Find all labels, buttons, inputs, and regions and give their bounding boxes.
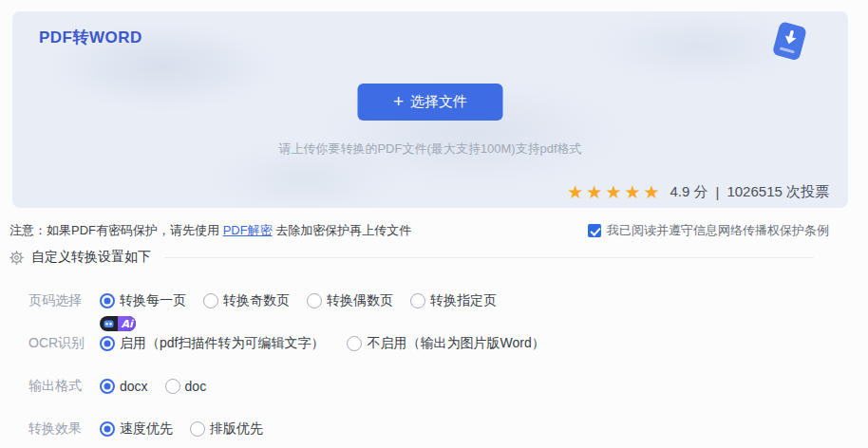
upload-banner: PDF转WORD + 选择文件 请上传你要转换的PDF文件(最大支持100M)支… [12,11,848,208]
rating-divider: | [716,184,720,200]
radio-option-doc[interactable]: doc [165,379,207,394]
setting-row-page-range: 页码选择 转换每一页 转换奇数页 转换偶数页 转换指定页 [28,279,859,322]
radio-icon[interactable] [347,336,362,351]
radio-option-even-pages[interactable]: 转换偶数页 [307,292,393,309]
checkbox-checked-icon[interactable] [588,224,601,237]
notice-row: 注意：如果PDF有密码保护，请先使用 PDF解密 去除加密保护再上传文件 我已阅… [9,222,829,239]
setting-label: OCR识别 [28,335,100,352]
password-notice: 注意：如果PDF有密码保护，请先使用 PDF解密 去除加密保护再上传文件 [9,222,411,239]
radio-icon[interactable] [190,421,205,437]
svg-text:Ai: Ai [122,318,135,330]
radio-selected-icon[interactable] [100,336,115,351]
radio-option-speed-first[interactable]: 速度优先 [100,420,173,438]
rating-votes: 1026515 次投票 [726,183,829,201]
plus-icon: + [393,92,404,110]
agreement-checkbox-row[interactable]: 我已阅读并遵守信息网络传播权保护条例 [588,222,829,239]
notice-prefix: 注意：如果PDF有密码保护，请先使用 [9,223,223,237]
setting-row-ocr: Ai OCR识别 启用（pdf扫描件转为可编辑文字） 不启用（输出为图片版Wor… [28,322,859,364]
radio-icon[interactable] [410,293,425,308]
page-title: PDF转WORD [39,27,142,48]
notice-suffix: 去除加密保护再上传文件 [273,223,412,237]
pdf-download-logo-icon [770,21,809,65]
radio-icon[interactable] [307,293,322,308]
radio-icon[interactable] [203,293,218,308]
radio-option-every-page[interactable]: 转换每一页 [100,292,186,309]
radio-selected-icon[interactable] [100,379,115,394]
radio-selected-icon[interactable] [100,293,115,308]
settings-title: 自定义转换设置如下 [31,249,151,266]
rating-score: 4.9 分 [670,183,708,201]
radio-option-layout-first[interactable]: 排版优先 [190,420,263,438]
setting-label: 转换效果 [28,420,100,438]
upload-hint-text: 请上传你要转换的PDF文件(最大支持100M)支持pdf格式 [12,140,848,158]
select-file-label: 选择文件 [410,93,467,111]
radio-option-custom-pages[interactable]: 转换指定页 [410,292,497,309]
radio-option-ocr-enable[interactable]: 启用（pdf扫描件转为可编辑文字） [100,335,324,352]
radio-option-docx[interactable]: docx [100,379,148,394]
radio-icon[interactable] [165,379,180,394]
settings-header: 自定义转换设置如下 [9,249,814,266]
gear-icon [9,251,24,265]
ai-robot-badge-icon: Ai [100,316,136,331]
settings-rows: 页码选择 转换每一页 转换奇数页 转换偶数页 转换指定页 [28,279,859,448]
header-divider [164,257,814,258]
pdf-decrypt-link[interactable]: PDF解密 [223,223,273,237]
radio-option-odd-pages[interactable]: 转换奇数页 [203,292,290,309]
setting-row-convert-effect: 转换效果 速度优先 排版优先 [28,407,859,448]
agreement-label: 我已阅读并遵守信息网络传播权保护条例 [607,222,829,239]
star-rating-icons[interactable]: ★★★★★ [567,183,662,201]
setting-label: 输出格式 [28,378,100,395]
rating-bar: ★★★★★ 4.9 分 | 1026515 次投票 [567,183,829,201]
setting-label: 页码选择 [28,292,100,309]
radio-option-ocr-disable[interactable]: 不启用（输出为图片版Word） [347,335,544,352]
select-file-button[interactable]: + 选择文件 [358,84,503,121]
radio-selected-icon[interactable] [100,421,115,437]
setting-row-output-format: 输出格式 docx doc [28,364,859,407]
